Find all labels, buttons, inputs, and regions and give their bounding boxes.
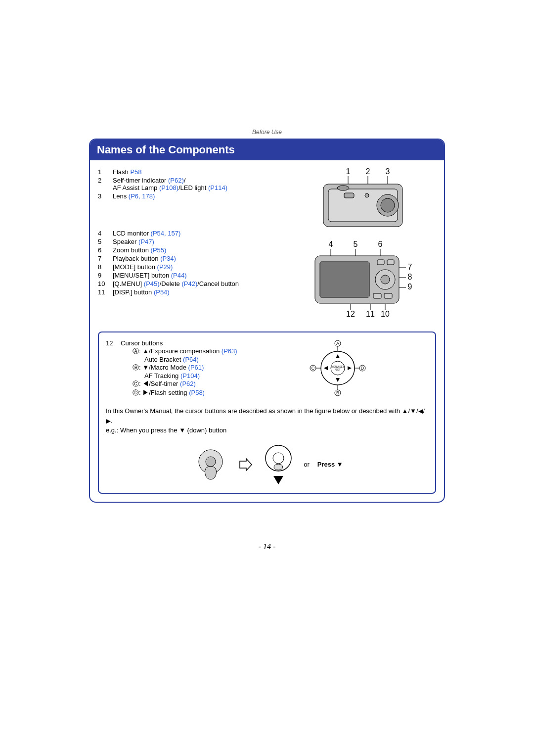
list-item: Playback button (P34) xyxy=(113,255,239,262)
svg-rect-26 xyxy=(384,293,392,298)
callout-number: 3 xyxy=(385,167,390,176)
page-ref-link[interactable]: (P45) xyxy=(144,280,160,287)
callout-number: 7 xyxy=(407,263,412,271)
list-num: 5 xyxy=(98,238,113,245)
svg-point-9 xyxy=(365,193,369,197)
list-item: LCD monitor (P54, 157) xyxy=(113,230,239,237)
list-num: 1 xyxy=(98,168,113,176)
page-title: Names of the Components xyxy=(90,140,444,160)
svg-rect-8 xyxy=(344,193,354,198)
press-thumb-icon xyxy=(191,445,230,484)
callout-number: 5 xyxy=(353,240,357,248)
callout-number: 4 xyxy=(328,240,333,248)
cursor-buttons-box: 12 Cursor buttons Ⓐ: ▲/Exposure compensa… xyxy=(98,331,436,494)
page-ref-link[interactable]: (P54 xyxy=(151,230,164,237)
page-ref-link[interactable]: (P34) xyxy=(160,255,176,262)
callout-number: 10 xyxy=(381,310,390,318)
svg-rect-23 xyxy=(377,260,384,265)
camera-front-diagram: 1 2 3 xyxy=(313,167,412,233)
svg-point-7 xyxy=(381,198,395,212)
list-item: Speaker (P47) xyxy=(113,238,239,245)
component-list-2: 4 LCD monitor (P54, 157) 5 Speaker (P47)… xyxy=(98,229,239,297)
page-ref-link[interactable]: (P104) xyxy=(180,372,200,379)
camera-back-diagram: 4 5 6 7 8 9 xyxy=(306,240,420,321)
label-b: B xyxy=(336,390,339,395)
list-num: 3 xyxy=(98,192,113,200)
svg-point-5 xyxy=(337,186,349,190)
list-num: 6 xyxy=(98,246,113,254)
label-a: A xyxy=(336,341,339,346)
svg-point-47 xyxy=(274,464,283,470)
list-num: 8 xyxy=(98,263,113,271)
svg-point-46 xyxy=(273,453,284,464)
list-item: Self-timer indicator (P62)/ AF Assist La… xyxy=(113,177,227,191)
press-instruction: Press ▼ xyxy=(317,461,343,468)
page-ref-link[interactable]: P58 xyxy=(130,168,141,176)
callout-number: 6 xyxy=(378,240,382,248)
callout-number: 2 xyxy=(365,167,370,176)
section-header: Before Use xyxy=(89,129,445,136)
list-item: Cursor buttons Ⓐ: ▲/Exposure compensatio… xyxy=(121,339,237,397)
list-item: [MODE] button (P29) xyxy=(113,263,239,271)
page-ref-link[interactable]: 157) xyxy=(168,230,180,237)
list-num: 9 xyxy=(98,272,113,279)
component-list-1: 1 Flash P58 2 Self-timer indicator (P62)… xyxy=(98,167,227,201)
page-ref-link[interactable]: (P62) xyxy=(180,380,196,387)
cursor-note: In this Owner's Manual, the cursor butto… xyxy=(106,406,428,435)
arrow-right-icon xyxy=(238,457,253,472)
page-ref-link[interactable]: (P6 xyxy=(129,192,138,200)
list-item: Zoom button (P55) xyxy=(113,246,239,254)
page-ref-link[interactable]: (P44) xyxy=(171,272,187,279)
page-ref-link[interactable]: (P61) xyxy=(188,364,204,371)
page-ref-link[interactable]: (P63) xyxy=(222,347,237,355)
press-example: or Press ▼ xyxy=(106,442,428,487)
list-num: 4 xyxy=(98,230,113,237)
page-ref-link[interactable]: (P42) xyxy=(181,280,197,287)
svg-rect-24 xyxy=(387,260,394,265)
list-num: 2 xyxy=(98,177,113,191)
page-ref-link[interactable]: (P64) xyxy=(183,356,199,363)
callout-number: 9 xyxy=(407,283,412,291)
list-item: [MENU/SET] button (P44) xyxy=(113,272,239,279)
page-number: - 14 - xyxy=(89,542,445,551)
callout-number: 12 xyxy=(346,310,355,318)
svg-marker-48 xyxy=(273,476,283,484)
or-text: or xyxy=(304,461,310,468)
list-num: 11 xyxy=(98,288,113,296)
page-ref-link[interactable]: (P114) xyxy=(208,184,227,191)
page-ref-link[interactable]: (P58) xyxy=(189,389,205,396)
callout-number: 1 xyxy=(346,167,350,176)
page-ref-link[interactable]: (P108) xyxy=(159,184,178,191)
list-num: 7 xyxy=(98,255,113,262)
cursor-wheel-diagram: MENU/SET /SET A B C D xyxy=(308,338,367,399)
page-ref-link[interactable]: 178) xyxy=(142,192,155,200)
page-ref-link[interactable]: (P29) xyxy=(157,263,173,271)
cursor-down-icon xyxy=(261,442,296,487)
page-ref-link[interactable]: (P62) xyxy=(168,177,184,184)
list-item: [Q.MENU] (P45)/Delete (P42)/Cancel butto… xyxy=(113,280,239,287)
list-item: Lens (P6, 178) xyxy=(113,192,227,200)
svg-rect-25 xyxy=(373,293,381,298)
svg-point-44 xyxy=(206,457,216,467)
svg-text:/SET: /SET xyxy=(335,368,341,371)
page-ref-link[interactable]: (P54) xyxy=(154,288,170,296)
svg-rect-20 xyxy=(320,262,369,297)
list-item: [DISP.] button (P54) xyxy=(113,288,239,296)
content-frame: Names of the Components 1 Flash P58 2 Se… xyxy=(89,139,445,503)
label-c: C xyxy=(312,366,315,371)
list-num: 12 xyxy=(106,339,121,397)
list-item: Flash P58 xyxy=(113,168,227,176)
page-ref-link[interactable]: (P47) xyxy=(138,238,154,245)
callout-number: 11 xyxy=(366,310,375,318)
list-num: 10 xyxy=(98,280,113,287)
page-ref-link[interactable]: (P55) xyxy=(151,246,167,254)
label-d: D xyxy=(361,366,364,371)
callout-number: 8 xyxy=(407,273,412,281)
svg-point-22 xyxy=(381,275,390,284)
